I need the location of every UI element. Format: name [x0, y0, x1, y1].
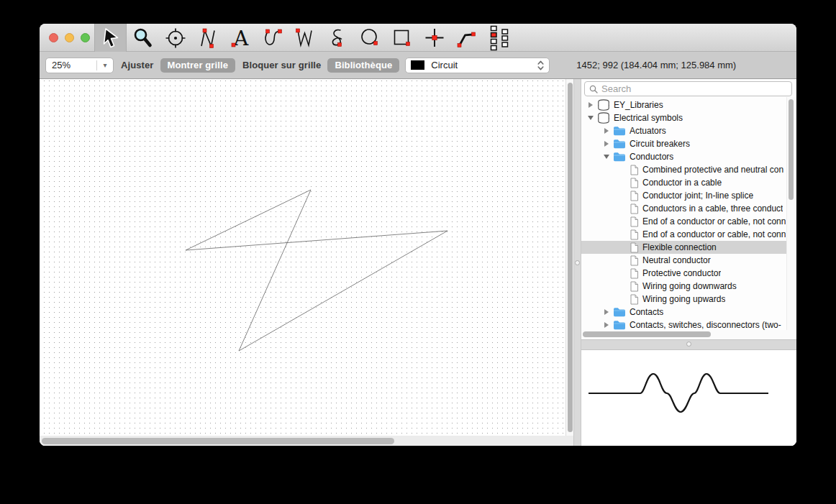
minimize-button[interactable] [65, 33, 74, 42]
search-row [581, 79, 796, 97]
line-nodes-icon [196, 26, 220, 50]
layer-name: Circuit [431, 60, 537, 70]
tree-item[interactable]: Protective conductor [581, 267, 786, 280]
disclosure-triangle-closed[interactable] [603, 128, 610, 134]
corner-line-tool[interactable] [450, 24, 483, 52]
document-icon [630, 203, 639, 214]
tree-vertical-scrollbar[interactable] [786, 97, 795, 330]
tool-bar: A [94, 24, 515, 52]
crossed-quad-shape [186, 190, 447, 351]
tree-item[interactable]: Conductors in a cable, three conduct [581, 202, 786, 215]
arc-tool[interactable] [256, 24, 288, 52]
app-window: A 25% ▾ Ajuster Montrer grille Bloquer s… [40, 24, 796, 446]
disclosure-triangle-closed[interactable] [587, 102, 594, 108]
tree-item[interactable]: Actuators [581, 124, 786, 137]
canvas-vscroll-thumb[interactable] [568, 83, 573, 432]
document-icon [630, 294, 639, 305]
center-mark-tool[interactable] [159, 24, 191, 52]
close-button[interactable] [49, 33, 58, 42]
tree-item[interactable]: Combined protective and neutral con [581, 163, 786, 176]
rectangle-tool[interactable] [386, 24, 418, 52]
point-list-tool[interactable] [483, 24, 515, 52]
library-icon [597, 112, 610, 124]
tree-item-label: Conductor in a cable [642, 178, 722, 188]
tree-item[interactable]: Electrical symbols [581, 111, 786, 124]
ellipse-tool[interactable] [353, 24, 386, 52]
line-tool[interactable] [191, 24, 224, 52]
disclosure-triangle-closed[interactable] [603, 309, 610, 315]
preview-splitter[interactable] [581, 339, 796, 350]
search-field[interactable] [584, 81, 792, 96]
search-input[interactable] [601, 83, 787, 94]
tree-item-label: Actuators [630, 126, 666, 136]
tree-vscroll-thumb[interactable] [789, 99, 794, 200]
tree-horizontal-scrollbar[interactable] [581, 330, 796, 339]
document-icon [630, 281, 639, 292]
point-tool[interactable] [418, 24, 450, 52]
canvas-horizontal-scrollbar[interactable] [40, 436, 573, 446]
tree-item[interactable]: Contacts, switches, disconnectors (two- [581, 319, 786, 330]
folder-icon [613, 152, 626, 162]
library-icon [597, 99, 610, 111]
disclosure-triangle-open[interactable] [587, 116, 594, 120]
tree-item[interactable]: Conductor joint; In-line splice [581, 189, 786, 202]
zoom-window-button[interactable] [81, 33, 90, 42]
tree-item-label: Conductors [630, 152, 673, 162]
polyline-tool[interactable] [288, 24, 321, 52]
arc-curve-icon [260, 26, 285, 50]
chevron-down-icon: ▾ [97, 61, 113, 69]
disclosure-triangle-closed[interactable] [603, 141, 610, 147]
folder-icon [613, 126, 626, 136]
drawing-canvas[interactable] [40, 79, 565, 436]
tree-hscroll-thumb[interactable] [583, 331, 711, 337]
tree-item[interactable]: Wiring going upwards [581, 293, 786, 306]
document-icon [630, 255, 639, 266]
canvas-shape [40, 79, 565, 436]
folder-icon [613, 320, 626, 330]
panel-splitter[interactable] [573, 79, 581, 446]
tree-item[interactable]: Contacts [581, 306, 786, 319]
zoom-level-value: 25% [46, 60, 96, 70]
tree-item[interactable]: EY_Libraries [581, 98, 786, 111]
desktop-background: A 25% ▾ Ajuster Montrer grille Bloquer s… [0, 0, 836, 504]
tree-item-selected[interactable]: Flexible connection [581, 241, 786, 254]
splitter-handle[interactable] [575, 260, 580, 265]
flexible-connection-symbol [581, 350, 796, 446]
text-tool[interactable]: A [224, 24, 256, 52]
library-toggle[interactable]: Bibliothèque [327, 58, 399, 73]
fit-button[interactable]: Ajuster [121, 60, 154, 70]
tree-item[interactable]: Neutral conductor [581, 254, 786, 267]
tree-item-label: Contacts, switches, disconnectors (two- [630, 320, 781, 330]
options-toolbar: 25% ▾ Ajuster Montrer grille Bloquer sur… [40, 52, 796, 79]
cursor-coordinates: 1452; 992 (184.404 mm; 125.984 mm) [576, 60, 736, 70]
tree-item-label: Conductor joint; In-line splice [642, 191, 753, 201]
layer-dropdown[interactable]: Circuit [405, 58, 550, 73]
chevron-up-down-icon [537, 60, 544, 70]
tree-item[interactable]: Circuit breakers [581, 137, 786, 150]
select-tool[interactable] [94, 24, 127, 52]
spline-tool[interactable] [321, 24, 353, 52]
document-icon [630, 216, 639, 227]
tree-item-label: End of a conductor or cable, not conn [642, 229, 786, 239]
snap-grid-button[interactable]: Bloquer sur grille [242, 60, 321, 70]
zoom-level-combobox[interactable]: 25% ▾ [45, 58, 114, 73]
tree-item[interactable]: Wiring going downwards [581, 280, 786, 293]
tree-item[interactable]: End of a conductor or cable, not conn [581, 215, 786, 228]
zigzag-icon [293, 26, 317, 50]
document-icon [630, 178, 639, 188]
show-grid-toggle[interactable]: Montrer grille [160, 58, 235, 73]
library-panel: EY_LibrariesElectrical symbolsActuatorsC… [581, 79, 796, 446]
tree-item[interactable]: End of a conductor or cable, not conn [581, 228, 786, 241]
tree-item-label: Wiring going downwards [642, 281, 737, 291]
disclosure-triangle-open[interactable] [603, 155, 610, 159]
disclosure-triangle-closed[interactable] [603, 322, 610, 328]
preview-splitter-handle[interactable] [686, 342, 691, 347]
cross-node-icon [422, 26, 447, 50]
crosshair-target-icon [163, 26, 188, 50]
tree-item[interactable]: Conductor in a cable [581, 176, 786, 189]
zoom-tool[interactable] [127, 24, 159, 52]
tree-item[interactable]: Conductors [581, 150, 786, 163]
canvas-vertical-scrollbar[interactable] [565, 79, 573, 436]
document-icon [630, 191, 639, 201]
canvas-hscroll-thumb[interactable] [42, 438, 394, 444]
